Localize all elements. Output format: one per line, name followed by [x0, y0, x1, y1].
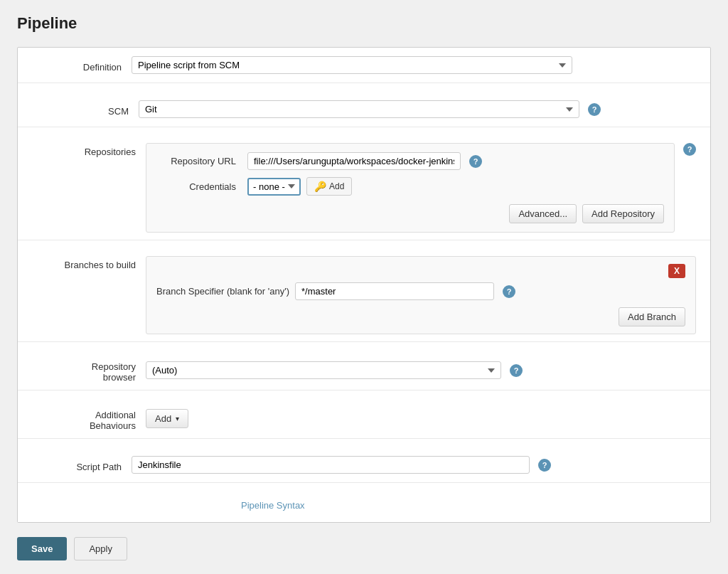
- repositories-label: Repositories: [60, 143, 146, 157]
- credentials-select[interactable]: - none -: [247, 178, 301, 196]
- script-path-help-icon[interactable]: ?: [538, 459, 551, 472]
- scm-help-icon[interactable]: ?: [588, 103, 601, 116]
- script-path-input[interactable]: [132, 456, 530, 474]
- branch-specifier-help-icon[interactable]: ?: [503, 285, 515, 298]
- additional-behaviours-label: Additional Behaviours: [60, 406, 146, 431]
- repo-url-help-icon[interactable]: ?: [469, 155, 482, 168]
- advanced-button[interactable]: Advanced...: [509, 204, 577, 223]
- script-path-label: Script Path: [32, 458, 132, 472]
- key-icon: 🔑: [314, 181, 326, 192]
- delete-branch-button[interactable]: X: [668, 264, 685, 278]
- branches-label: Branches to build: [60, 256, 146, 270]
- add-repository-button[interactable]: Add Repository: [582, 204, 664, 223]
- definition-select[interactable]: Pipeline script from SCM: [132, 56, 572, 74]
- repo-browser-select[interactable]: (Auto): [146, 361, 501, 379]
- pipeline-form: Definition Pipeline script from SCM SCM …: [17, 47, 711, 523]
- apply-button[interactable]: Apply: [74, 537, 127, 560]
- definition-label: Definition: [32, 58, 132, 73]
- add-branch-button[interactable]: Add Branch: [619, 307, 685, 326]
- repo-browser-help-icon[interactable]: ?: [510, 364, 523, 377]
- add-behaviour-button[interactable]: Add ▾: [146, 409, 188, 428]
- add-credentials-button[interactable]: 🔑 Add: [306, 177, 352, 196]
- pipeline-syntax-link[interactable]: Pipeline Syntax: [241, 500, 696, 511]
- repo-browser-label: Repository browser: [60, 358, 146, 383]
- scm-label: SCM: [60, 102, 139, 117]
- repo-url-label: Repository URL: [156, 156, 242, 166]
- save-button[interactable]: Save: [17, 537, 67, 560]
- page-title: Pipeline: [17, 14, 711, 33]
- repositories-help-icon[interactable]: ?: [683, 143, 696, 156]
- scm-select[interactable]: Git: [139, 100, 579, 118]
- chevron-down-icon: ▾: [176, 415, 179, 422]
- branch-specifier-input[interactable]: [295, 282, 494, 300]
- branch-specifier-label: Branch Specifier (blank for 'any'): [156, 286, 289, 297]
- repo-url-input[interactable]: [247, 152, 461, 170]
- credentials-label: Credentials: [156, 181, 242, 192]
